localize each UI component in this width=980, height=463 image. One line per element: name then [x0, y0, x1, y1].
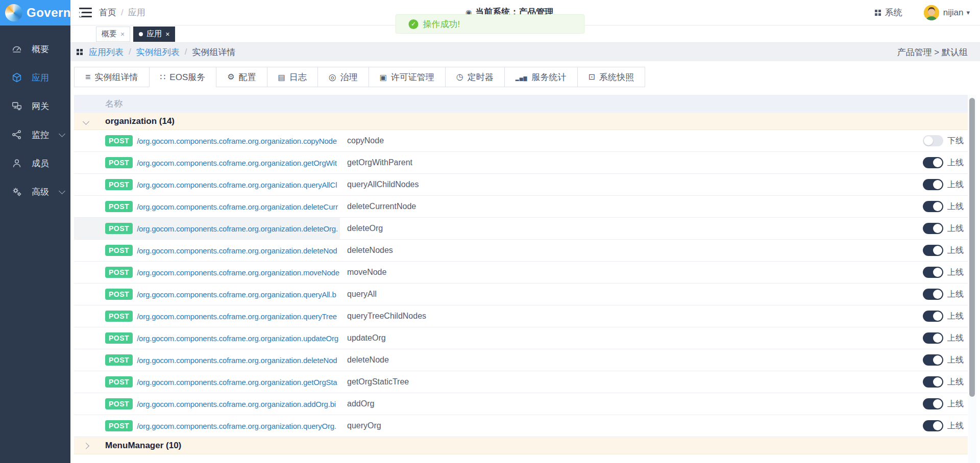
tab-配置[interactable]: 配置 [216, 67, 267, 87]
table-row: POST/org.gocom.components.coframe.org.or… [74, 305, 968, 327]
endpoint-url-link[interactable]: /org.gocom.components.coframe.org.organi… [137, 334, 338, 343]
online-toggle[interactable] [923, 245, 943, 256]
online-status-cell: 上线 [923, 157, 968, 168]
toggle-state-label: 上线 [947, 223, 964, 234]
table-row: POST/org.gocom.components.coframe.org.or… [74, 284, 968, 305]
service-name: moveNode [347, 268, 464, 277]
online-toggle[interactable] [923, 376, 943, 388]
sidebar-item-label: 概要 [32, 43, 49, 55]
online-toggle[interactable] [923, 157, 943, 168]
target-icon [329, 73, 336, 82]
collapse-chevron-icon[interactable] [83, 118, 89, 125]
sidebar-item-监控[interactable]: 监控 [0, 120, 70, 149]
endpoint-url-link[interactable]: /org.gocom.components.coframe.org.organi… [137, 202, 338, 211]
toggle-knob [933, 333, 942, 343]
online-toggle[interactable] [923, 420, 943, 431]
close-icon[interactable]: × [165, 30, 169, 38]
endpoint-url-cell: POST/org.gocom.components.coframe.org.or… [105, 327, 340, 349]
toggle-state-label: 上线 [947, 399, 964, 409]
clock-icon [456, 73, 463, 81]
monitor-icon [11, 129, 22, 140]
group-label: MenuManager (10) [105, 441, 181, 451]
expand-chevron-icon[interactable] [83, 443, 89, 449]
app-logo[interactable]: Governor [0, 0, 70, 25]
endpoint-url-link[interactable]: /org.gocom.components.coframe.org.organi… [137, 356, 337, 365]
sidebar-item-网关[interactable]: 网关 [0, 92, 70, 120]
tab-日志[interactable]: 日志 [267, 67, 318, 87]
endpoint-url-link[interactable]: /org.gocom.components.coframe.org.organi… [137, 400, 336, 408]
avatar[interactable] [924, 5, 939, 20]
close-icon[interactable]: × [120, 30, 125, 38]
endpoint-url-link[interactable]: /org.gocom.components.coframe.org.organi… [137, 137, 337, 145]
online-toggle[interactable] [923, 135, 943, 146]
group-row-menumanager[interactable]: MenuManager (10) [74, 437, 968, 454]
endpoint-url-cell: POST/org.gocom.components.coframe.org.or… [105, 415, 340, 436]
sidebar-item-label: 高级 [32, 186, 49, 198]
tab-chip-应用[interactable]: 应用× [133, 27, 175, 42]
online-toggle[interactable] [923, 201, 943, 212]
sidebar-item-高级[interactable]: 高级 [0, 177, 70, 206]
log-icon [278, 73, 285, 81]
tab-许可证管理[interactable]: 许可证管理 [369, 67, 446, 87]
tab-服务统计[interactable]: 服务统计 [504, 67, 578, 87]
tab-实例组详情[interactable]: 实例组详情 [74, 67, 150, 87]
online-toggle[interactable] [923, 354, 943, 366]
online-toggle[interactable] [923, 311, 943, 322]
page-grid-icon [77, 49, 83, 55]
service-name: updateOrg [347, 333, 464, 343]
table-row: POST/org.gocom.components.coframe.org.or… [74, 393, 968, 415]
system-menu[interactable]: 系统 [885, 7, 902, 18]
endpoint-url-link[interactable]: /org.gocom.components.coframe.org.organi… [137, 224, 338, 233]
toggle-knob [933, 246, 942, 255]
tab-治理[interactable]: 治理 [317, 67, 369, 87]
tab-chip-概要[interactable]: 概要× [96, 27, 130, 42]
endpoint-url-link[interactable]: /org.gocom.components.coframe.org.organi… [137, 290, 336, 299]
scrollbar-track[interactable] [968, 95, 976, 463]
toggle-state-label: 上线 [947, 179, 964, 190]
scrollbar-thumb[interactable] [969, 98, 975, 397]
endpoint-url-link[interactable]: /org.gocom.components.coframe.org.organi… [137, 312, 337, 321]
bars-icon [516, 73, 528, 81]
endpoint-url-link[interactable]: /org.gocom.components.coframe.org.organi… [137, 422, 336, 430]
endpoint-url-cell: POST/org.gocom.components.coframe.org.or… [105, 262, 340, 283]
crumb-app-list[interactable]: 应用列表 [89, 46, 124, 58]
breadcrumb-home[interactable]: 首页 [99, 7, 116, 18]
online-toggle[interactable] [923, 267, 943, 278]
sidebar-item-成员[interactable]: 成员 [0, 149, 70, 177]
online-toggle[interactable] [923, 332, 943, 344]
online-toggle[interactable] [923, 179, 943, 190]
http-method-badge: POST [105, 201, 133, 212]
endpoint-url-cell: POST/org.gocom.components.coframe.org.or… [105, 305, 340, 327]
tab-label: EOS服务 [169, 71, 205, 83]
group-label: organization (14) [105, 116, 175, 126]
http-method-badge: POST [105, 245, 133, 256]
endpoint-url-link[interactable]: /org.gocom.components.coframe.org.organi… [137, 246, 337, 255]
online-toggle[interactable] [923, 398, 943, 409]
tab-label: 治理 [340, 71, 358, 83]
http-method-badge: POST [105, 179, 133, 190]
endpoint-url-link[interactable]: /org.gocom.components.coframe.org.organi… [137, 181, 337, 189]
tab-系统快照[interactable]: 系统快照 [577, 67, 645, 87]
user-caret-icon[interactable]: ▾ [966, 9, 970, 16]
logo-swirl-icon [5, 4, 22, 21]
endpoint-url-link[interactable]: /org.gocom.components.coframe.org.organi… [137, 268, 339, 277]
sidebar-item-概要[interactable]: 概要 [0, 35, 70, 63]
toggle-knob [933, 290, 942, 299]
endpoint-url-cell: POST/org.gocom.components.coframe.org.or… [105, 218, 340, 239]
sidebar-item-应用[interactable]: 应用 [0, 63, 70, 92]
chevron-down-icon [59, 188, 65, 194]
crumb-instance-group-list[interactable]: 实例组列表 [136, 46, 180, 58]
toast-message: 操作成功! [423, 18, 460, 30]
toggle-knob [933, 202, 942, 211]
http-method-badge: POST [105, 223, 133, 234]
online-toggle[interactable] [923, 223, 943, 234]
toggle-knob [933, 421, 942, 430]
tab-定时器[interactable]: 定时器 [445, 67, 505, 87]
online-toggle[interactable] [923, 289, 943, 300]
group-row-organization[interactable]: organization (14) [74, 113, 968, 130]
tab-EOS服务[interactable]: EOS服务 [149, 67, 217, 87]
endpoint-url-link[interactable]: /org.gocom.components.coframe.org.organi… [137, 159, 337, 167]
endpoint-url-link[interactable]: /org.gocom.components.coframe.org.organi… [137, 378, 337, 387]
camera-icon [589, 73, 595, 81]
user-name[interactable]: nijian [943, 8, 964, 18]
